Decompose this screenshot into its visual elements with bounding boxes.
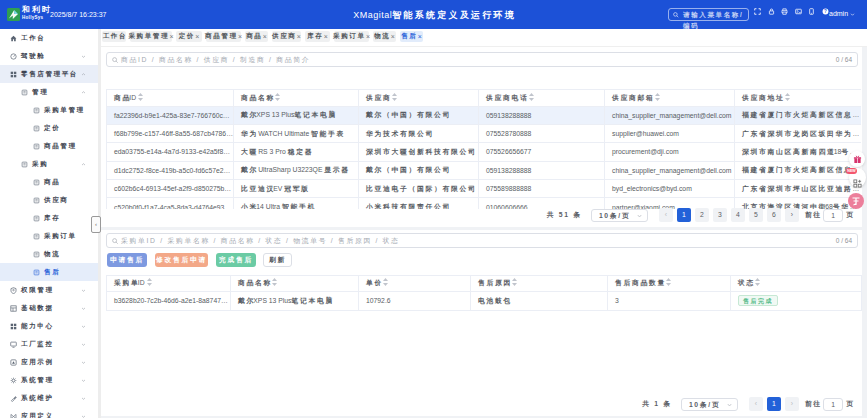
svg-text:?: ? (824, 9, 827, 14)
